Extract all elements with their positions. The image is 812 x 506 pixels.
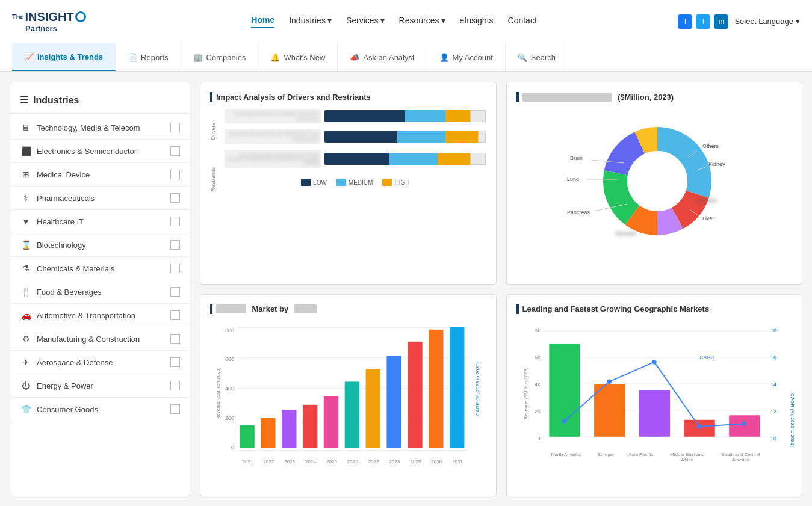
market-chart-card: Market Market by Type 800 600 400 200 0 … (200, 294, 497, 497)
manufacturing-checkbox[interactable] (170, 334, 180, 344)
chart-legend: LOW MEDIUM HIGH (225, 179, 486, 186)
svg-rect-32 (429, 329, 443, 447)
svg-rect-41 (639, 390, 669, 437)
chemicals-icon: ⚗ (20, 262, 32, 274)
cagr-axis-title: CAGR (%, 2023 to 2031) (790, 393, 795, 447)
chip-icon: ⬛ (20, 145, 32, 157)
nav-industries[interactable]: Industries ▾ (289, 16, 332, 28)
sidebar-item-chemicals[interactable]: ⚗ Chemicals & Materials (10, 257, 190, 280)
subnav-whats-new[interactable]: 🔔 What's New (258, 43, 338, 71)
cagr-label: CAGR (%, 2023 to 2031) (470, 327, 486, 451)
market-bar-chart: 800 600 400 200 0 CAGR (%, 2023 to 2031) (210, 321, 486, 466)
main-content: ☰ Industries 🖥 Technology, Media & Telec… (0, 72, 812, 506)
food-checkbox[interactable] (170, 287, 180, 297)
sidebar-item-automotive[interactable]: 🚗 Automotive & Transportation (10, 304, 190, 327)
svg-text:Intestine: Intestine (696, 197, 717, 203)
drivers-chart-card: Impact Analysis of Drivers and Restriant… (200, 82, 497, 285)
subnav-search[interactable]: 🔍 Search (506, 43, 568, 71)
svg-text:Others: Others (702, 143, 719, 149)
linkedin-icon[interactable]: in (714, 14, 728, 29)
svg-rect-43 (729, 415, 760, 436)
energy-checkbox[interactable] (170, 381, 180, 390)
industries-sidebar: ☰ Industries 🖥 Technology, Media & Telec… (10, 82, 190, 496)
sidebar-item-electronics[interactable]: ⬛ Electronics & Semiconductor (10, 140, 190, 163)
electronics-checkbox[interactable] (170, 146, 180, 156)
consumer-checkbox[interactable] (170, 404, 180, 414)
svg-point-45 (607, 379, 611, 383)
automotive-checkbox[interactable] (170, 310, 180, 320)
donut-chart-card: North America by Type ($Million, 2023) (506, 82, 803, 285)
driver-row-1: Growing Emphasis on Better Treatment Out… (225, 109, 486, 123)
legend-low: LOW (301, 179, 327, 186)
x-axis-labels: 2021 2022 2023 2024 2025 2026 2027 2028 … (237, 459, 468, 464)
sidebar-item-pharma[interactable]: ⚕ Pharmaceuticals (10, 187, 190, 210)
nav-services[interactable]: Services ▾ (346, 16, 385, 28)
pharma-checkbox[interactable] (170, 193, 180, 203)
sidebar-item-aerospace[interactable]: ✈ Aerospace & Defense (10, 351, 190, 374)
subnav-my-account[interactable]: 👤 My Account (427, 43, 506, 71)
nav-contact[interactable]: Contact (508, 16, 537, 28)
tech-checkbox[interactable] (170, 123, 180, 132)
sidebar-item-food[interactable]: 🍴 Food & Beverages (10, 280, 190, 304)
power-icon: ⏻ (20, 380, 32, 392)
title-bar-icon (210, 304, 212, 314)
bar-blue-seg (389, 153, 438, 165)
sidebar-item-medical-device[interactable]: ⊞ Medical Device (10, 163, 190, 187)
subnav-ask-analyst[interactable]: 📣 Ask an Analyst (338, 43, 427, 71)
subnav-companies[interactable]: 🏢 Companies (181, 43, 259, 71)
chevron-down-icon: ▾ (327, 16, 332, 25)
healthcare-it-checkbox[interactable] (170, 217, 180, 226)
svg-rect-33 (450, 327, 464, 448)
restraint-row-1: Lack of Awareness and Reluctance Toward … (225, 150, 486, 168)
svg-point-44 (562, 418, 566, 422)
drivers-chart-body: Drivers Restraints Growing Emphasis on B… (210, 109, 486, 205)
chemicals-checkbox[interactable] (170, 264, 180, 273)
svg-text:Pancreas: Pancreas (567, 209, 590, 215)
title-bar-icon (516, 304, 519, 314)
svg-point-48 (742, 421, 746, 425)
aerospace-checkbox[interactable] (170, 357, 180, 367)
nav-einsights[interactable]: eInsights (460, 16, 494, 28)
medical-checkbox[interactable] (170, 170, 180, 179)
header: The INSIGHT Partners Home Industries ▾ S… (0, 0, 812, 43)
svg-text:Kidney: Kidney (708, 161, 725, 167)
sidebar-item-healthcare-it[interactable]: ♥ Healthcare IT (10, 210, 190, 233)
geo-chart-svg: CAGR (544, 327, 769, 442)
logo[interactable]: The INSIGHT Partners (12, 10, 86, 33)
svg-rect-27 (324, 396, 338, 448)
biotech-checkbox[interactable] (170, 240, 180, 250)
svg-rect-26 (303, 404, 317, 448)
sidebar-item-biotech[interactable]: ⌛ Biotechnology (10, 233, 190, 257)
facebook-icon[interactable]: f (678, 14, 692, 29)
svg-rect-25 (282, 410, 296, 448)
title-bar-icon (516, 92, 519, 102)
sidebar-item-manufacturing[interactable]: ⚙ Manufacturing & Construction (10, 327, 190, 351)
language-selector[interactable]: Select Language ▾ (734, 17, 800, 26)
main-nav: Home Industries ▾ Services ▾ Resources ▾… (110, 15, 678, 28)
nav-home[interactable]: Home (251, 15, 274, 28)
chevron-down-icon: ▾ (796, 17, 800, 26)
nav-resources[interactable]: Resources ▾ (399, 16, 445, 28)
y-axis-right: 18 16 14 12 10 (770, 327, 792, 442)
sidebar-item-tech[interactable]: 🖥 Technology, Media & Telecom (10, 116, 190, 140)
bar-dark-seg (324, 153, 389, 165)
user-icon: 👤 (439, 53, 449, 62)
y-axis: 800 600 400 200 0 (210, 327, 234, 451)
bar-blue-seg (397, 131, 446, 143)
subnav-insights-trends[interactable]: 📈 Insights & Trends (12, 43, 116, 71)
sidebar-item-consumer[interactable]: 👕 Consumer Goods (10, 398, 190, 421)
logo-circle-icon (75, 11, 86, 22)
chevron-down-icon: ▾ (380, 16, 385, 25)
twitter-icon[interactable]: t (696, 14, 710, 29)
svg-text:CAGR: CAGR (699, 354, 714, 360)
list-icon: ☰ (20, 94, 28, 106)
svg-rect-29 (366, 369, 380, 448)
sidebar-title: ☰ Industries (10, 90, 190, 114)
charts-grid: Impact Analysis of Drivers and Restriant… (200, 82, 802, 496)
subnav-reports[interactable]: 📄 Reports (116, 43, 181, 71)
sidebar-item-energy[interactable]: ⏻ Energy & Power (10, 374, 190, 398)
svg-text:Brain: Brain (570, 155, 583, 161)
bar-dark-seg (324, 110, 405, 122)
geo-chart-body: 8k 6k 4k 2k 0 18 16 14 12 10 CAGR (%, 20… (516, 321, 793, 466)
svg-text:Stomach: Stomach (615, 230, 637, 236)
